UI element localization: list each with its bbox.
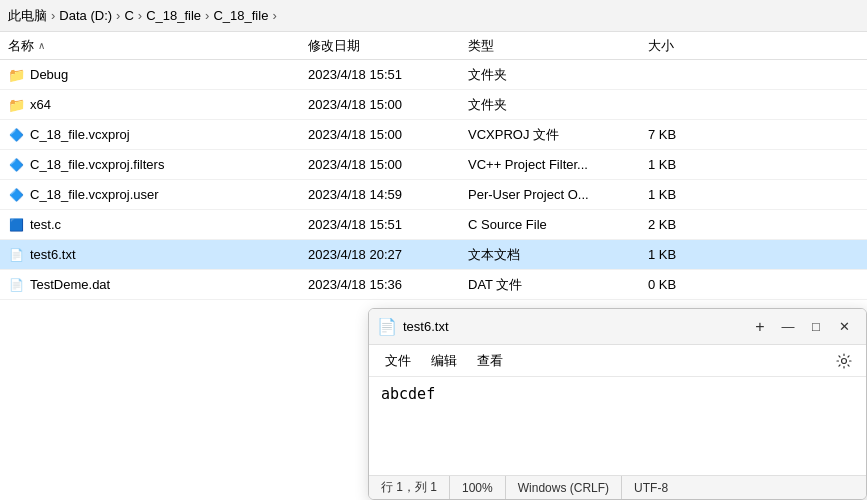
file-type: 文本文档 bbox=[468, 246, 648, 264]
file-name: C_18_file.vcxproj bbox=[30, 127, 130, 142]
col-type[interactable]: 类型 bbox=[468, 37, 648, 55]
breadcrumb-item-folder1[interactable]: C_18_file bbox=[146, 8, 201, 23]
vcxproj-icon: 🔷 bbox=[8, 127, 24, 143]
folder-icon: 📁 bbox=[8, 67, 24, 83]
notepad-app-icon: 📄 bbox=[377, 317, 397, 336]
close-button[interactable]: ✕ bbox=[830, 313, 858, 341]
file-type: VCXPROJ 文件 bbox=[468, 126, 648, 144]
file-date: 2023/4/18 20:27 bbox=[308, 247, 468, 262]
file-name-cell: 📁 x64 bbox=[8, 97, 308, 113]
file-date: 2023/4/18 15:00 bbox=[308, 157, 468, 172]
file-size: 1 KB bbox=[648, 247, 728, 262]
new-tab-button[interactable]: + bbox=[746, 313, 774, 341]
table-row[interactable]: 📁 Debug 2023/4/18 15:51 文件夹 bbox=[0, 60, 867, 90]
table-row[interactable]: 📄 test6.txt 2023/4/18 20:27 文本文档 1 KB bbox=[0, 240, 867, 270]
table-row[interactable]: 📄 TestDeme.dat 2023/4/18 15:36 DAT 文件 0 … bbox=[0, 270, 867, 300]
menu-file[interactable]: 文件 bbox=[377, 348, 419, 374]
file-date: 2023/4/18 15:36 bbox=[308, 277, 468, 292]
status-encoding: UTF-8 bbox=[622, 476, 680, 499]
breadcrumb-sep-2: › bbox=[116, 8, 120, 23]
table-row[interactable]: 🟦 test.c 2023/4/18 15:51 C Source File 2… bbox=[0, 210, 867, 240]
file-name-cell: 📁 Debug bbox=[8, 67, 308, 83]
file-name-cell: 🔷 C_18_file.vcxproj.user bbox=[8, 187, 308, 203]
col-size[interactable]: 大小 bbox=[648, 37, 728, 55]
file-name: Debug bbox=[30, 67, 68, 82]
minimize-button[interactable]: — bbox=[774, 313, 802, 341]
settings-button[interactable] bbox=[830, 347, 858, 375]
status-eol: Windows (CRLF) bbox=[506, 476, 622, 499]
file-date: 2023/4/18 14:59 bbox=[308, 187, 468, 202]
file-size: 1 KB bbox=[648, 157, 728, 172]
file-name: C_18_file.vcxproj.user bbox=[30, 187, 159, 202]
filter-icon: 🔷 bbox=[8, 157, 24, 173]
file-type: 文件夹 bbox=[468, 66, 648, 84]
user-icon: 🔷 bbox=[8, 187, 24, 203]
c-source-icon: 🟦 bbox=[8, 217, 24, 233]
notepad-statusbar: 行 1，列 1 100% Windows (CRLF) UTF-8 bbox=[369, 475, 866, 499]
file-type: VC++ Project Filter... bbox=[468, 157, 648, 172]
file-date: 2023/4/18 15:51 bbox=[308, 67, 468, 82]
notepad-titlebar: 📄 test6.txt + — □ ✕ bbox=[369, 309, 866, 345]
status-position: 行 1，列 1 bbox=[377, 476, 450, 499]
breadcrumb-item-folder2[interactable]: C_18_file bbox=[213, 8, 268, 23]
file-type: DAT 文件 bbox=[468, 276, 648, 294]
breadcrumb-item-c[interactable]: C bbox=[124, 8, 133, 23]
file-name-cell: 🟦 test.c bbox=[8, 217, 308, 233]
breadcrumb: 此电脑 › Data (D:) › C › C_18_file › C_18_f… bbox=[0, 0, 867, 32]
file-name: test6.txt bbox=[30, 247, 76, 262]
column-headers: 名称 ∧ 修改日期 类型 大小 bbox=[0, 32, 867, 60]
file-date: 2023/4/18 15:00 bbox=[308, 127, 468, 142]
table-row[interactable]: 🔷 C_18_file.vcxproj 2023/4/18 15:00 VCXP… bbox=[0, 120, 867, 150]
file-type: 文件夹 bbox=[468, 96, 648, 114]
notepad-window: 📄 test6.txt + — □ ✕ 文件 编辑 查看 abcdef 行 1，… bbox=[368, 308, 867, 500]
menu-view[interactable]: 查看 bbox=[469, 348, 511, 374]
txt-icon: 📄 bbox=[8, 247, 24, 263]
file-name: TestDeme.dat bbox=[30, 277, 110, 292]
sort-arrow: ∧ bbox=[38, 40, 45, 51]
notepad-content[interactable]: abcdef bbox=[369, 377, 866, 475]
status-zoom: 100% bbox=[450, 476, 506, 499]
file-size: 2 KB bbox=[648, 217, 728, 232]
breadcrumb-sep-5: › bbox=[272, 8, 276, 23]
file-name-cell: 🔷 C_18_file.vcxproj bbox=[8, 127, 308, 143]
maximize-button[interactable]: □ bbox=[802, 313, 830, 341]
file-size: 1 KB bbox=[648, 187, 728, 202]
file-name: x64 bbox=[30, 97, 51, 112]
file-type: Per-User Project O... bbox=[468, 187, 648, 202]
table-row[interactable]: 🔷 C_18_file.vcxproj.filters 2023/4/18 15… bbox=[0, 150, 867, 180]
notepad-title: test6.txt bbox=[403, 319, 746, 334]
col-name[interactable]: 名称 ∧ bbox=[8, 37, 308, 55]
file-size: 0 KB bbox=[648, 277, 728, 292]
file-size: 7 KB bbox=[648, 127, 728, 142]
file-date: 2023/4/18 15:51 bbox=[308, 217, 468, 232]
menu-edit[interactable]: 编辑 bbox=[423, 348, 465, 374]
breadcrumb-sep-3: › bbox=[138, 8, 142, 23]
dat-icon: 📄 bbox=[8, 277, 24, 293]
breadcrumb-sep-1: › bbox=[51, 8, 55, 23]
file-name-cell: 🔷 C_18_file.vcxproj.filters bbox=[8, 157, 308, 173]
breadcrumb-item-computer[interactable]: 此电脑 bbox=[8, 7, 47, 25]
notepad-text: abcdef bbox=[381, 385, 435, 403]
folder-icon: 📁 bbox=[8, 97, 24, 113]
notepad-menubar: 文件 编辑 查看 bbox=[369, 345, 866, 377]
file-name: C_18_file.vcxproj.filters bbox=[30, 157, 164, 172]
file-name: test.c bbox=[30, 217, 61, 232]
file-name-cell: 📄 TestDeme.dat bbox=[8, 277, 308, 293]
breadcrumb-item-drive[interactable]: Data (D:) bbox=[59, 8, 112, 23]
col-date[interactable]: 修改日期 bbox=[308, 37, 468, 55]
table-row[interactable]: 📁 x64 2023/4/18 15:00 文件夹 bbox=[0, 90, 867, 120]
table-row[interactable]: 🔷 C_18_file.vcxproj.user 2023/4/18 14:59… bbox=[0, 180, 867, 210]
file-name-cell: 📄 test6.txt bbox=[8, 247, 308, 263]
file-date: 2023/4/18 15:00 bbox=[308, 97, 468, 112]
breadcrumb-sep-4: › bbox=[205, 8, 209, 23]
file-type: C Source File bbox=[468, 217, 648, 232]
